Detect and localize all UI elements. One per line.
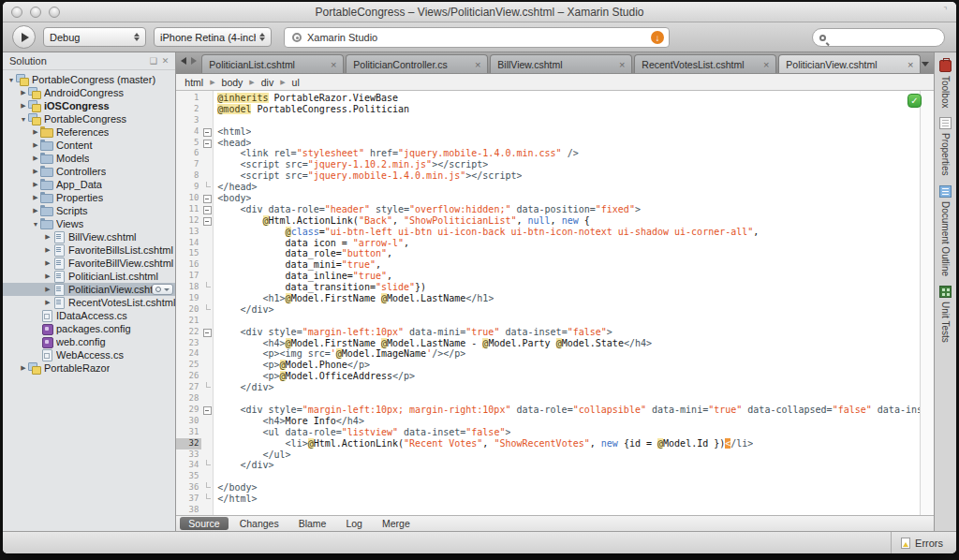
fold-marker-icon[interactable] [201,282,214,293]
item-options-button[interactable] [152,284,173,295]
expand-arrow-icon[interactable]: ▶ [43,273,52,280]
close-tab-icon[interactable]: × [475,60,480,69]
tab-recentvoteslist-cshtml[interactable]: RecentVotesList.cshtml× [634,54,776,73]
close-pad-icon[interactable]: ✕ [162,56,170,66]
tree-item-content[interactable]: ▶Content [3,139,175,152]
expand-arrow-icon[interactable]: ▶ [19,364,28,372]
collapse-arrow-icon[interactable]: ▼ [19,116,28,123]
tree-item-recentvoteslist-cshtml[interactable]: ▶RecentVotesList.cshtml [3,296,175,309]
tree-item-androidcongress[interactable]: ▶AndroidCongress [3,86,175,99]
tree-item-views[interactable]: ▼Views [3,217,175,230]
expand-arrow-icon[interactable]: ▶ [31,141,40,149]
code-editor[interactable]: 1@inherits PortableRazor.ViewBase2@model… [176,91,934,515]
tree-item-references[interactable]: ▶References [3,125,175,139]
download-badge[interactable]: ↓ [651,31,664,44]
tree-item-politicianview-cshtml[interactable]: ▶PoliticianView.cshtml [3,283,175,296]
search-input[interactable] [831,32,924,43]
collapse-arrow-icon[interactable]: ▼ [31,221,40,228]
tree-item-portablecongress-master[interactable]: ▼PortableCongress (master) [3,73,175,86]
tree-item-favoritebillslist-cshtml[interactable]: ▶FavoriteBillsList.cshtml [3,243,175,257]
dock-pad-icon[interactable]: ❑ [150,56,157,66]
dock-tab-document-outline[interactable]: Document Outline [939,181,952,281]
expand-arrow-icon[interactable]: ▶ [43,233,52,241]
previous-tab-icon[interactable] [181,57,186,65]
tree-item-scripts[interactable]: ▶Scripts [3,204,175,217]
fold-marker-icon[interactable] [201,494,214,505]
global-search[interactable] [812,28,945,47]
collapse-arrow-icon[interactable]: ▼ [7,77,16,83]
fold-marker-icon[interactable] [201,215,214,227]
dock-tab-unit-tests[interactable]: Unit Tests [939,281,952,347]
view-tab-log[interactable]: Log [337,517,371,530]
tree-item-portablerazor[interactable]: ▶PortableRazor [3,361,175,375]
breadcrumb-item-div[interactable]: div [261,77,273,88]
fold-marker-icon[interactable] [201,138,214,149]
expand-arrow-icon[interactable]: ▶ [31,194,40,201]
fold-marker-icon[interactable] [201,182,214,193]
close-tab-icon[interactable]: × [331,60,336,69]
device-dropdown[interactable]: iPhone Retina (4-inch [154,27,272,47]
next-tab-icon[interactable] [191,57,197,65]
tree-item-portablecongress[interactable]: ▼PortableCongress [3,112,175,125]
tree-item-politicianlist-cshtml[interactable]: ▶PoliticianList.cshtml [3,270,175,283]
fold-marker-icon[interactable] [201,460,214,471]
code-line: 15 data_role="button", [176,248,920,259]
close-tab-icon[interactable]: × [907,60,913,69]
expand-arrow-icon[interactable]: ▶ [43,259,52,267]
fold-marker-icon[interactable] [201,327,214,338]
tab-overflow-icon[interactable] [922,62,929,66]
tab-politiciancontroller-cs[interactable]: PoliticianController.cs× [346,54,488,73]
expand-arrow-icon[interactable]: ▶ [31,181,40,188]
fold-marker-icon[interactable] [201,304,214,316]
breadcrumb-item-body[interactable]: body [222,77,243,88]
expand-arrow-icon[interactable]: ▶ [43,286,52,293]
fold-marker-icon[interactable] [201,126,214,138]
expand-arrow-icon[interactable]: ▶ [43,246,52,254]
tree-item-app-data[interactable]: ▶App_Data [3,178,175,191]
expand-arrow-icon[interactable]: ▶ [31,168,40,175]
tree-item-webaccess-cs[interactable]: WebAccess.cs [3,348,175,361]
tab-billview-cshtml[interactable]: BillView.cshtml× [490,54,632,73]
minimize-window-button[interactable] [30,7,41,18]
dock-tab-toolbox[interactable]: Toolbox [939,55,952,112]
run-button[interactable] [12,25,36,49]
configuration-dropdown[interactable]: Debug [43,27,146,47]
errors-button[interactable]: Errors [891,532,956,553]
tree-item-favoritebillview-cshtml[interactable]: ▶FavoriteBillView.cshtml [3,257,175,270]
expand-arrow-icon[interactable]: ▶ [31,207,40,214]
tree-item-packages-config[interactable]: packages.config [3,322,175,335]
tree-item-web-config[interactable]: web.config [3,335,175,348]
tree-item-idataaccess-cs[interactable]: IDataAccess.cs [3,309,175,322]
view-tab-blame[interactable]: Blame [290,517,335,530]
expand-arrow-icon[interactable]: ▶ [19,102,28,110]
zoom-window-button[interactable] [49,7,60,18]
view-tab-source[interactable]: Source [180,517,228,530]
close-window-button[interactable] [11,7,22,18]
breadcrumb-item-ul[interactable]: ul [292,77,300,88]
expand-arrow-icon[interactable]: ▶ [31,128,40,136]
no-errors-check-icon[interactable]: ✓ [907,94,922,108]
expand-arrow-icon[interactable]: ▶ [19,89,28,96]
fold-marker-icon[interactable] [201,382,214,393]
fold-marker-icon[interactable] [201,482,214,494]
ide-status-bar[interactable]: Xamarin Studio ↓ [284,27,670,48]
breadcrumb-item-html[interactable]: html [184,77,203,88]
editor-scrollbar[interactable] [920,91,934,515]
tree-item-controllers[interactable]: ▶Controllers [3,165,175,178]
fold-marker-icon[interactable] [201,193,214,204]
tree-item-ioscongress[interactable]: ▶iOSCongress [3,99,175,112]
close-tab-icon[interactable]: × [763,60,769,69]
fold-marker-icon[interactable] [201,405,214,416]
tab-politicianlist-cshtml[interactable]: PoliticianList.cshtml× [201,54,344,73]
tree-item-billview-cshtml[interactable]: ▶BillView.cshtml [3,230,175,243]
fold-marker-icon[interactable] [201,204,214,215]
expand-arrow-icon[interactable]: ▶ [31,155,40,162]
close-tab-icon[interactable]: × [619,60,625,69]
expand-arrow-icon[interactable]: ▶ [43,299,52,306]
dock-tab-properties[interactable]: Properties [939,112,952,181]
view-tab-changes[interactable]: Changes [231,517,288,530]
view-tab-merge[interactable]: Merge [374,517,419,530]
tab-politicianview-cshtml[interactable]: PoliticianView.cshtml× [778,54,921,73]
tree-item-models[interactable]: ▶Models [3,152,175,165]
tree-item-properties[interactable]: ▶Properties [3,191,175,204]
